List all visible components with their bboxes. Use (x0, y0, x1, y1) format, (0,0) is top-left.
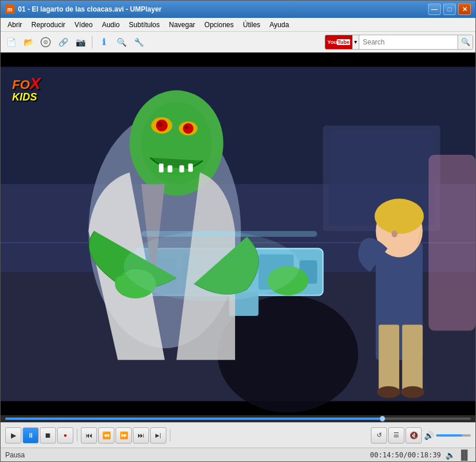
dvd-button[interactable] (38, 34, 54, 50)
playlist-icon: ☰ (393, 431, 399, 439)
svg-rect-41 (379, 325, 400, 395)
youtube-search-bar: YouTube ▾ 🔍 (325, 35, 473, 50)
menu-audio[interactable]: Audio (97, 20, 124, 30)
fox-kids-logo: FOX KIDS (12, 76, 40, 102)
mute-button[interactable]: 🔇 (406, 427, 422, 444)
pause-button[interactable]: ⏸ (23, 427, 39, 444)
svg-point-39 (374, 199, 423, 234)
open-file-button[interactable]: 📄 (3, 34, 19, 50)
zoom-button[interactable]: 🔍 (113, 34, 129, 50)
minimize-button[interactable]: — (428, 3, 441, 15)
svg-point-40 (392, 230, 397, 237)
menu-utiles[interactable]: Útiles (239, 20, 265, 30)
volume-control: 🔊 (424, 431, 471, 440)
controls-separator-2 (170, 429, 170, 442)
maximize-button[interactable]: □ (443, 3, 456, 15)
video-frame (1, 53, 475, 415)
link-button[interactable]: 🔗 (55, 34, 71, 50)
svg-point-30 (185, 125, 188, 129)
svg-point-2 (45, 42, 46, 43)
svg-rect-31 (159, 163, 163, 172)
youtube-logo-text: YouTube (328, 39, 350, 45)
menu-bar: Abrir Reproducir Vídeo Audio Subtítulos … (1, 18, 475, 32)
stop-button[interactable]: ⏹ (40, 427, 56, 444)
menu-video[interactable]: Vídeo (70, 20, 97, 30)
volume-fill (436, 434, 462, 437)
seek-handle[interactable] (380, 416, 385, 422)
svg-rect-42 (402, 325, 423, 395)
controls-bar: ▶ ⏸ ⏹ ● ⏮ ⏪ ⏩ ⏭ ▶| ↺ ☰ 🔇 🔊 (1, 422, 475, 448)
toolbar-separator-1 (92, 36, 92, 49)
youtube-dropdown[interactable]: ▾ (352, 35, 359, 49)
seek-bar-container (1, 415, 475, 422)
dvd-icon (40, 37, 51, 47)
total-time: 00:18:39 (408, 451, 441, 459)
svg-point-43 (377, 386, 401, 398)
record-button[interactable]: ● (57, 427, 73, 444)
svg-rect-34 (188, 163, 193, 172)
window-title: 01 - El lagarto de las cloacas.avi - UMP… (18, 5, 428, 13)
status-text: Pausa (5, 451, 370, 459)
repeat-icon: ↺ (377, 431, 382, 439)
video-area[interactable]: FOX KIDS (1, 53, 475, 415)
info-button[interactable]: ℹ (96, 34, 112, 50)
screenshot-button[interactable]: 📷 (72, 34, 88, 50)
svg-rect-47 (142, 231, 317, 237)
app-icon: m (5, 5, 14, 14)
info-icon: ℹ (102, 37, 106, 47)
svg-point-29 (183, 123, 194, 133)
menu-abrir[interactable]: Abrir (3, 20, 27, 30)
youtube-logo: YouTube (325, 35, 352, 49)
svg-rect-33 (180, 165, 184, 172)
volume-icon: 🔊 (424, 431, 434, 440)
close-button[interactable]: ✕ (458, 3, 471, 15)
status-bar: Pausa 00:14:50 / 00:18:39 🔈 ▐▌ (1, 448, 475, 461)
play-button[interactable]: ▶ (5, 427, 21, 444)
time-separator: / (403, 451, 407, 459)
menu-navegar[interactable]: Navegar (164, 20, 199, 30)
menu-opciones[interactable]: Opciones (200, 20, 239, 30)
audio-bars-icon: ▐▌ (458, 450, 471, 460)
frame-step-button[interactable]: ▶| (150, 427, 166, 444)
svg-point-27 (158, 122, 162, 126)
controls-separator-1 (77, 429, 77, 442)
menu-reproducir[interactable]: Reproducir (27, 20, 70, 30)
search-button[interactable]: 🔍 (458, 35, 473, 49)
seek-progress (5, 418, 382, 420)
right-controls: ↺ ☰ 🔇 🔊 (371, 427, 471, 444)
search-input[interactable] (359, 38, 458, 46)
volume-slider[interactable] (436, 434, 471, 437)
audio-status-icon: 🔈 (445, 450, 455, 460)
toolbar: 📄 📂 🔗 📷 ℹ 🔍 🔧 YouTube ▾ 🔍 (1, 32, 475, 53)
title-bar: m 01 - El lagarto de las cloacas.avi - U… (1, 1, 475, 18)
frame-step-icon: ▶| (155, 433, 161, 438)
svg-point-44 (401, 386, 425, 398)
rewind-button[interactable]: ⏪ (98, 427, 114, 444)
svg-rect-32 (168, 165, 172, 172)
playlist-button[interactable]: ☰ (388, 427, 404, 444)
window-controls: — □ ✕ (428, 3, 471, 15)
seek-bar[interactable] (5, 418, 471, 420)
settings-button[interactable]: 🔧 (131, 34, 147, 50)
menu-ayuda[interactable]: Ayuda (265, 20, 294, 30)
repeat-button[interactable]: ↺ (371, 427, 387, 444)
menu-subtitulos[interactable]: Subtítulos (124, 20, 164, 30)
fast-forward-button[interactable]: ⏩ (116, 427, 132, 444)
main-window: m 01 - El lagarto de las cloacas.avi - U… (0, 0, 476, 462)
open-folder-button[interactable]: 📂 (20, 34, 36, 50)
current-time: 00:14:50 (370, 451, 404, 459)
prev-chapter-button[interactable]: ⏮ (81, 427, 97, 444)
svg-rect-45 (429, 155, 475, 330)
next-chapter-button[interactable]: ⏭ (133, 427, 149, 444)
svg-point-46 (124, 231, 299, 301)
record-icon: ● (64, 432, 67, 438)
